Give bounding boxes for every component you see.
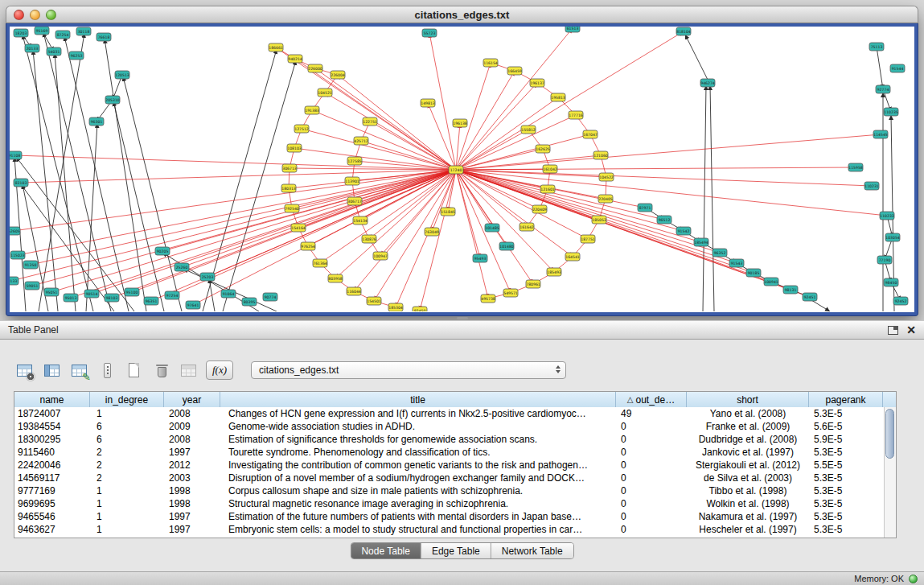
network-node[interactable]: 103054 bbox=[885, 233, 900, 241]
network-node[interactable]: 792540 bbox=[285, 204, 299, 212]
network-node[interactable]: 20133 bbox=[25, 44, 39, 52]
network-node[interactable]: 25260 bbox=[175, 263, 189, 271]
table-row[interactable]: 969969511998Structural magnetic resonanc… bbox=[14, 497, 883, 510]
network-edge[interactable] bbox=[162, 170, 456, 251]
table-select-dropdown[interactable]: citations_edges.txt bbox=[251, 361, 566, 379]
table-cell[interactable]: 0 bbox=[616, 472, 687, 484]
network-node[interactable]: 151845 bbox=[441, 208, 455, 216]
table-cell[interactable]: Dudbridge et al. (2008) bbox=[687, 434, 809, 445]
network-node[interactable]: 116154 bbox=[483, 59, 498, 67]
network-node[interactable]: 154164 bbox=[291, 224, 306, 232]
table-cell[interactable]: Estimation of the future numbers of pati… bbox=[220, 511, 616, 522]
network-node[interactable]: 95051 bbox=[44, 288, 59, 296]
network-node[interactable]: 55723 bbox=[422, 29, 437, 37]
network-edge[interactable] bbox=[456, 167, 856, 170]
table-cell[interactable]: Embryonic stem cells: a model to study s… bbox=[220, 524, 616, 535]
network-edge[interactable] bbox=[294, 148, 456, 170]
column-header-pagerank[interactable]: pagerank bbox=[809, 392, 883, 407]
table-cell[interactable]: 0 bbox=[616, 459, 687, 471]
import-table-disabled-icon[interactable] bbox=[179, 360, 199, 381]
network-node[interactable]: 96351 bbox=[144, 297, 158, 305]
delete-column-icon[interactable] bbox=[151, 360, 172, 381]
network-node[interactable]: 763049 bbox=[425, 228, 439, 236]
network-node[interactable]: 226004 bbox=[331, 71, 345, 79]
table-cell[interactable]: 1997 bbox=[164, 447, 220, 458]
table-cell[interactable]: 18724007 bbox=[14, 408, 90, 419]
table-cell[interactable]: Jankovic et al. (1997) bbox=[687, 447, 809, 458]
network-edge[interactable] bbox=[11, 170, 456, 281]
network-node[interactable]: 61513 bbox=[565, 27, 580, 32]
network-node[interactable]: 205310 bbox=[105, 96, 120, 104]
network-node[interactable]: 92452 bbox=[893, 297, 908, 305]
column-header-year[interactable]: year bbox=[164, 392, 220, 407]
network-node[interactable]: 113901 bbox=[345, 177, 359, 185]
table-cell[interactable]: 5.9E-5 bbox=[809, 434, 883, 445]
network-node[interactable]: 90514 bbox=[84, 290, 99, 298]
network-node[interactable]: 104521 bbox=[318, 89, 332, 97]
table-cell[interactable]: 2008 bbox=[164, 408, 220, 419]
network-node[interactable]: 185053 bbox=[592, 216, 606, 224]
network-edge[interactable] bbox=[23, 35, 93, 311]
table-cell[interactable]: 1 bbox=[90, 408, 164, 419]
table-cell[interactable]: 2 bbox=[90, 447, 164, 458]
network-canvas[interactable]: 2260041045211913831275121081033067131803… bbox=[10, 27, 914, 312]
column-header-title[interactable]: title bbox=[220, 392, 616, 407]
network-node[interactable]: 18203 bbox=[14, 29, 28, 37]
table-cell[interactable]: 1997 bbox=[164, 524, 220, 535]
table-cell[interactable]: Tibbo et al. (1998) bbox=[687, 485, 809, 496]
network-node[interactable]: 98103 bbox=[105, 294, 119, 302]
table-cell[interactable]: 9463627 bbox=[14, 524, 90, 535]
network-node[interactable]: 818104 bbox=[676, 27, 691, 35]
tab-network-table[interactable]: Network Table bbox=[491, 543, 573, 558]
table-cell[interactable]: 5.3E-5 bbox=[809, 472, 883, 484]
table-cell[interactable]: 1 bbox=[90, 524, 164, 535]
network-node[interactable]: 80395 bbox=[242, 298, 257, 306]
network-node[interactable]: 114545 bbox=[873, 130, 888, 138]
network-edge[interactable] bbox=[456, 170, 488, 299]
table-cell[interactable]: 5.3E-5 bbox=[809, 408, 883, 419]
network-node[interactable]: 101480 bbox=[499, 242, 514, 250]
network-node[interactable]: 180313 bbox=[281, 184, 296, 192]
table-cell[interactable]: 5.5E-5 bbox=[809, 459, 883, 471]
show-columns-icon[interactable] bbox=[42, 360, 63, 381]
network-node[interactable]: 90205 bbox=[155, 247, 170, 255]
table-cell[interactable]: Yano et al. (2008) bbox=[687, 408, 809, 419]
network-edge[interactable] bbox=[456, 170, 573, 257]
network-node[interactable]: 108103 bbox=[287, 144, 302, 152]
network-node[interactable]: 76618 bbox=[97, 33, 111, 41]
table-cell[interactable]: de Silva et al. (2003) bbox=[687, 472, 809, 484]
table-cell[interactable]: 0 bbox=[616, 421, 687, 432]
network-node[interactable]: 425712 bbox=[354, 137, 368, 145]
network-node[interactable]: 185304 bbox=[388, 303, 403, 311]
table-cell[interactable]: 0 bbox=[616, 434, 687, 445]
network-edge[interactable] bbox=[374, 170, 456, 301]
network-node[interactable]: 154501 bbox=[367, 297, 381, 305]
network-edge[interactable] bbox=[456, 170, 480, 258]
network-node[interactable]: 110233 bbox=[880, 212, 894, 220]
table-row[interactable]: 977716911998Corpus callosum shape and si… bbox=[14, 484, 883, 497]
table-cell[interactable]: 2003 bbox=[164, 472, 220, 484]
network-edge[interactable] bbox=[703, 85, 706, 311]
network-node[interactable]: 187751 bbox=[581, 235, 595, 243]
column-header-out-degree[interactable]: △ out_de… bbox=[616, 392, 687, 407]
network-node[interactable]: 186661 bbox=[269, 43, 283, 51]
network-edge[interactable] bbox=[456, 134, 881, 170]
network-node[interactable]: 155812 bbox=[521, 126, 536, 134]
network-edge[interactable] bbox=[456, 31, 684, 170]
table-cell[interactable]: 9777169 bbox=[14, 485, 90, 496]
table-cell[interactable]: 5.3E-5 bbox=[809, 524, 883, 535]
network-node[interactable]: 306713 bbox=[282, 164, 297, 172]
network-node[interactable]: 306717 bbox=[347, 197, 362, 205]
table-cell[interactable]: 0 bbox=[616, 524, 687, 535]
table-cell[interactable]: 1 bbox=[90, 511, 164, 522]
column-header-name[interactable]: name bbox=[14, 392, 90, 407]
network-graph[interactable]: 2260041045211913831275121081033067131803… bbox=[10, 27, 914, 311]
table-cell[interactable]: 0 bbox=[616, 498, 687, 509]
network-edge[interactable] bbox=[338, 75, 456, 170]
network-node[interactable]: 127585 bbox=[347, 157, 362, 165]
network-node[interactable]: 149813 bbox=[421, 99, 435, 107]
network-node[interactable]: 226000 bbox=[308, 64, 322, 72]
network-edge[interactable] bbox=[456, 170, 511, 293]
new-column-icon[interactable] bbox=[124, 360, 145, 381]
table-cell[interactable]: 18300295 bbox=[14, 434, 90, 445]
